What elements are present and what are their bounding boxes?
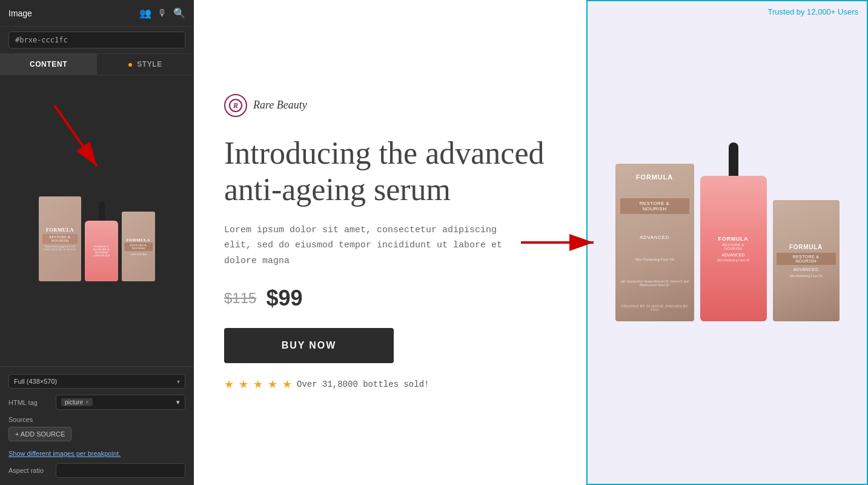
product-box-large: FORMULA RESTORE & NOURISH ADVANCED Skin-… [615, 164, 694, 321]
left-panel: Image 👥 🎙 🔍 CONTENT STYLE [0, 0, 194, 485]
bottle-skin: Skin-Perfecting Face Oil [717, 258, 750, 262]
price-original: $115 [224, 290, 256, 307]
price-current: $99 [266, 286, 302, 311]
size-control-row: Full (438×570) ▾ [8, 374, 185, 389]
price-row: $115 $99 [224, 286, 556, 311]
product-box-small: FORMULA RESTORE &NOURISH ADVANCED Skin-P… [773, 200, 840, 321]
buy-now-button[interactable]: BUY NOW [224, 328, 394, 363]
tag-chevron-icon: ▾ [176, 398, 180, 406]
bottle-advanced: ADVANCED [717, 253, 750, 257]
page-content: R Rare Beauty Introducing the advanced a… [194, 0, 868, 485]
sources-label: Sources [8, 416, 185, 423]
preview-adv-right: ADVANCED [130, 253, 147, 256]
formula-title: FORMULA [636, 173, 673, 181]
preview-bottle-wrapper: FORMULA RESTORE &NOURISH ADVANCED [85, 221, 118, 281]
bottle-brand: FORMULA [717, 236, 750, 242]
advanced-text: ADVANCED [640, 235, 669, 240]
id-input-wrapper [0, 27, 194, 54]
tag-select[interactable]: picture × ▾ [56, 395, 185, 410]
created-text: CREATED BY SCIENCE, PROVEN BY YOU [620, 304, 689, 312]
style-tab[interactable]: STYLE [97, 54, 194, 75]
star-4: ★ [268, 378, 277, 391]
preview-product: FORMULA RESTORE &NOURISH Skin-Perfecting… [39, 196, 155, 281]
sm-advanced: ADVANCED [793, 267, 819, 272]
sm-skin: Skin-Perfecting Face Oil [790, 274, 823, 278]
preview-bottle: FORMULA RESTORE &NOURISH ADVANCED [85, 221, 118, 281]
preview-bottle-label: FORMULA RESTORE &NOURISH ADVANCED [92, 244, 111, 258]
brand-header: R Rare Beauty [224, 94, 556, 117]
preview-formula-right: FORMULA [127, 238, 151, 242]
product-bottle-large-wrapper: FORMULA RESTORE &NOURISH ADVANCED Skin-P… [700, 176, 767, 321]
red-arrow-right [515, 224, 606, 261]
restore-text: RESTORE & [640, 201, 670, 206]
preview-dropper [99, 201, 105, 222]
preview-box-right: FORMULA RESTORE &NOURISH ADVANCED [122, 212, 155, 281]
preview-restore-right: RESTORE &NOURISH [124, 242, 153, 251]
aspect-ratio-input[interactable] [56, 463, 185, 478]
brand-logo-svg: R [228, 98, 243, 113]
right-product-display: FORMULA RESTORE & NOURISH ADVANCED Skin-… [597, 146, 858, 340]
tag-close-icon[interactable]: × [85, 399, 89, 406]
star-5: ★ [282, 378, 292, 391]
aspect-ratio-row: Aspect ratio [8, 463, 185, 478]
sold-text: Over 31,8000 bottles sold! [297, 380, 429, 389]
panel-controls: Full (438×570) ▾ HTML tag picture × ▾ So… [0, 366, 194, 485]
style-dot [128, 63, 132, 67]
star-1: ★ [224, 378, 234, 391]
preview-box-left: FORMULA RESTORE &NOURISH Skin-Perfecting… [39, 196, 81, 281]
preview-restore-label: RESTORE &NOURISH [42, 234, 78, 244]
tabs-row: CONTENT STYLE [0, 54, 194, 75]
brand-name: Rare Beauty [253, 99, 307, 112]
bottle-restore: RESTORE &NOURISH [717, 243, 750, 250]
element-id-input[interactable] [8, 32, 185, 48]
panel-header: Image 👥 🎙 🔍 [0, 0, 194, 27]
hero-description: Lorem ipsum dolor sit amet, consectetur … [224, 222, 515, 269]
html-tag-row: HTML tag picture × ▾ [8, 395, 185, 410]
content-tab[interactable]: CONTENT [0, 54, 97, 75]
preview-formula-text: FORMULA [46, 227, 74, 233]
mic-icon[interactable]: 🎙 [157, 8, 167, 19]
red-arrow-left [18, 93, 127, 202]
preview-created-text: CREATED BY SCIENCE [44, 248, 76, 251]
stars-row: ★ ★ ★ ★ ★ Over 31,8000 bottles sold! [224, 378, 556, 391]
restore-band: RESTORE & NOURISH [620, 198, 689, 214]
star-3: ★ [253, 378, 263, 391]
brand-logo: R [224, 94, 247, 117]
main-area: R Rare Beauty Introducing the advanced a… [194, 0, 868, 485]
panel-preview-area: FORMULA RESTORE &NOURISH Skin-Perfecting… [0, 75, 194, 366]
skin-text: Skin-Perfecting Face Oil [635, 258, 674, 261]
svg-text:R: R [233, 101, 238, 110]
product-bottle-large: FORMULA RESTORE &NOURISH ADVANCED Skin-P… [700, 176, 767, 321]
panel-icons: 👥 🎙 🔍 [139, 7, 185, 19]
sources-section: Sources + ADD SOURCE [8, 416, 185, 441]
star-2: ★ [239, 378, 248, 391]
nourish-text: NOURISH [643, 206, 667, 212]
html-tag-label: HTML tag [8, 399, 51, 406]
chevron-down-icon: ▾ [177, 378, 180, 385]
breakpoint-link[interactable]: Show different images per breakpoint. [8, 450, 185, 457]
add-source-button[interactable]: + ADD SOURCE [8, 427, 71, 441]
aspect-ratio-label: Aspect ratio [8, 467, 51, 474]
tag-badge: picture × [61, 398, 93, 406]
size-select-value: Full (438×570) [14, 378, 57, 385]
trusted-badge: Trusted by 12,000+ Users [768, 7, 858, 16]
sm-restore-band: RESTORE &NOURISH [777, 253, 836, 265]
search-icon[interactable]: 🔍 [173, 7, 185, 19]
tag-value: picture [65, 399, 83, 406]
bottle-label-large: FORMULA RESTORE &NOURISH ADVANCED Skin-P… [715, 233, 752, 264]
sm-formula: FORMULA [789, 244, 823, 250]
svg-line-1 [55, 105, 97, 166]
hero-heading: Introducing the advanced anti-ageing ser… [224, 135, 556, 208]
content-right: Trusted by 12,000+ Users FORMULA RESTORE… [586, 0, 868, 485]
ingredients-text: with Squalandryl, Sweet Almond Oil, Vita… [620, 279, 689, 287]
people-icon[interactable]: 👥 [139, 7, 151, 19]
size-select[interactable]: Full (438×570) ▾ [8, 374, 185, 389]
dropper-large [729, 142, 738, 179]
panel-title: Image [8, 8, 32, 18]
